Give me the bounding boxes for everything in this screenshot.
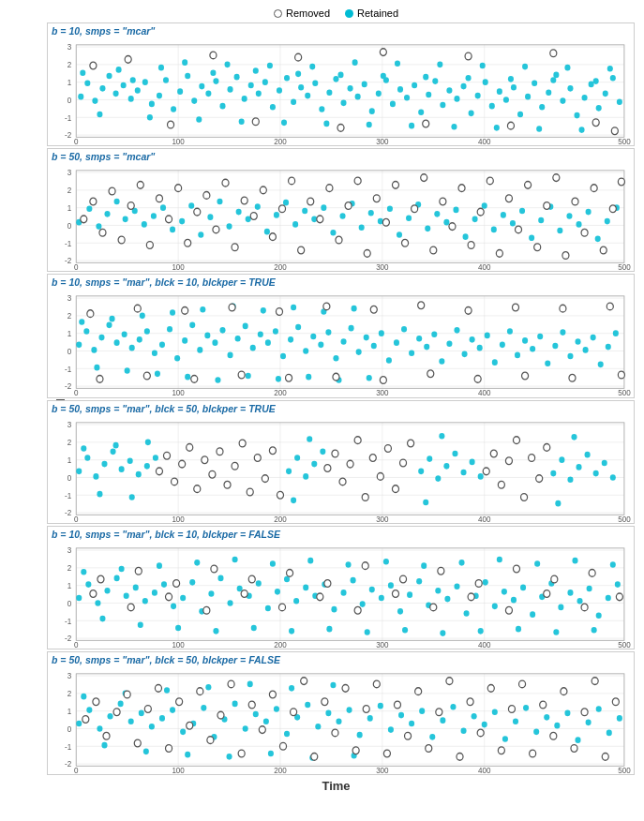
chart-panel-5: b = 10, smps = "mar", blck = 10, blckper… xyxy=(47,526,635,649)
svg-point-224 xyxy=(510,220,516,227)
svg-point-250 xyxy=(213,226,219,233)
svg-point-797 xyxy=(332,729,338,737)
svg-point-650 xyxy=(592,627,597,634)
legend-retained: Retained xyxy=(345,7,398,19)
svg-point-516 xyxy=(262,474,268,482)
svg-point-386 xyxy=(583,347,589,353)
svg-point-810 xyxy=(467,698,473,706)
svg-point-189 xyxy=(179,218,185,225)
svg-point-260 xyxy=(307,198,314,205)
svg-point-106 xyxy=(147,114,153,121)
svg-point-611 xyxy=(511,597,517,604)
svg-point-628 xyxy=(175,624,181,631)
svg-point-215 xyxy=(425,226,430,232)
svg-point-633 xyxy=(270,560,276,567)
charts-area: b = 10, smps = "mcar" xyxy=(47,22,635,777)
svg-text:300: 300 xyxy=(376,514,389,522)
svg-text:-1: -1 xyxy=(65,490,71,500)
svg-text:0: 0 xyxy=(67,347,72,356)
svg-text:400: 400 xyxy=(478,639,491,648)
svg-point-501 xyxy=(571,434,577,440)
svg-point-285 xyxy=(544,202,550,210)
svg-point-326 xyxy=(129,345,135,351)
svg-point-538 xyxy=(536,474,543,482)
svg-point-369 xyxy=(454,327,459,334)
svg-text:-1: -1 xyxy=(65,112,71,122)
svg-point-629 xyxy=(194,560,200,566)
svg-point-673 xyxy=(475,579,482,587)
svg-point-630 xyxy=(213,628,218,634)
svg-point-337 xyxy=(212,340,217,347)
svg-point-191 xyxy=(198,231,203,238)
svg-point-421 xyxy=(323,303,330,310)
svg-point-820 xyxy=(571,744,577,752)
svg-point-328 xyxy=(144,328,150,335)
svg-point-626 xyxy=(138,621,143,628)
svg-point-390 xyxy=(613,331,619,337)
svg-point-231 xyxy=(577,221,582,228)
retained-dots-3 xyxy=(76,304,619,383)
svg-point-429 xyxy=(512,304,518,311)
svg-point-198 xyxy=(264,229,270,235)
svg-point-252 xyxy=(232,244,238,251)
svg-point-419 xyxy=(276,308,282,316)
svg-point-608 xyxy=(483,579,488,586)
svg-point-320 xyxy=(83,328,89,335)
svg-point-426 xyxy=(427,370,434,378)
svg-point-791 xyxy=(269,691,276,698)
svg-point-574 xyxy=(161,581,167,588)
svg-point-766 xyxy=(227,754,232,760)
svg-point-804 xyxy=(405,732,412,739)
svg-point-409 xyxy=(352,306,357,312)
svg-point-55 xyxy=(291,98,296,105)
svg-point-394 xyxy=(125,368,130,375)
svg-point-114 xyxy=(267,63,273,69)
svg-point-329 xyxy=(152,351,157,357)
svg-point-716 xyxy=(180,728,186,735)
svg-point-789 xyxy=(248,701,255,709)
svg-point-194 xyxy=(227,223,232,230)
svg-point-63 xyxy=(348,85,353,92)
svg-point-593 xyxy=(341,590,347,596)
svg-point-227 xyxy=(538,217,544,224)
svg-point-473 xyxy=(311,460,317,467)
svg-point-639 xyxy=(383,559,389,565)
svg-point-86 xyxy=(511,84,517,91)
svg-point-610 xyxy=(502,589,507,595)
svg-point-137 xyxy=(593,78,599,84)
svg-point-292 xyxy=(609,205,616,213)
svg-point-427 xyxy=(465,307,472,315)
svg-point-465 xyxy=(119,466,125,472)
svg-text:0: 0 xyxy=(67,724,72,733)
svg-point-265 xyxy=(354,177,361,185)
svg-point-140 xyxy=(125,55,131,63)
svg-point-148 xyxy=(465,52,472,60)
svg-text:-1: -1 xyxy=(65,616,71,625)
svg-point-479 xyxy=(452,450,457,456)
svg-point-199 xyxy=(274,212,279,218)
svg-point-374 xyxy=(492,360,498,366)
svg-point-463 xyxy=(101,460,107,467)
svg-point-750 xyxy=(533,728,539,735)
svg-point-341 xyxy=(243,323,248,330)
svg-point-50 xyxy=(256,91,262,97)
svg-point-505 xyxy=(179,460,186,468)
svg-point-77 xyxy=(446,87,452,94)
svg-point-238 xyxy=(99,230,106,237)
svg-point-378 xyxy=(522,337,528,344)
svg-point-783 xyxy=(187,722,193,729)
svg-point-679 xyxy=(589,569,595,576)
svg-point-428 xyxy=(474,376,481,383)
svg-point-776 xyxy=(113,709,120,716)
svg-point-266 xyxy=(364,250,370,258)
svg-point-131 xyxy=(508,76,514,82)
svg-point-209 xyxy=(368,210,374,216)
svg-text:400: 400 xyxy=(478,766,491,774)
svg-point-735 xyxy=(378,703,383,709)
svg-point-128 xyxy=(466,75,472,82)
svg-point-90 xyxy=(539,104,545,111)
svg-point-822 xyxy=(592,678,598,685)
svg-point-249 xyxy=(203,192,210,200)
svg-point-785 xyxy=(207,737,214,744)
svg-point-59 xyxy=(319,106,324,112)
